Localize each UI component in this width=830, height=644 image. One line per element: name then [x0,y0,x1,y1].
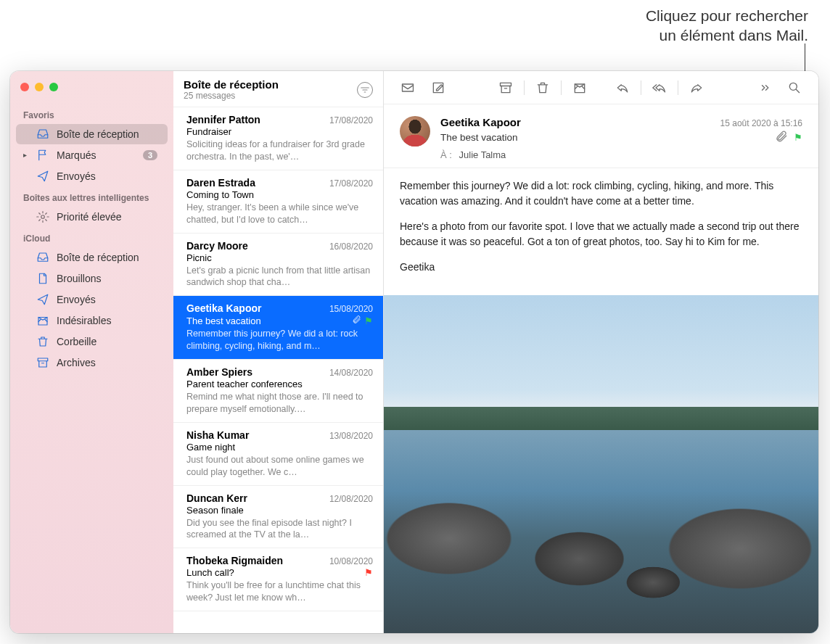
sender-name: Jennifer Patton [186,114,260,125]
body-paragraph: Remember this journey? We did a lot: roc… [400,178,802,209]
inbox-icon [36,128,49,141]
archive-icon [36,356,49,369]
sidebar: Favoris Boîte de réception ▸ Marqués 3 E… [10,71,173,633]
attached-image[interactable] [384,295,818,633]
message-row[interactable]: Amber Spiers 14/08/2020 Parent teacher c… [173,360,383,423]
message-subject: Fundraiser [186,126,231,137]
sidebar-label: Envoyés [57,294,157,305]
reply-all-button[interactable] [646,76,673,99]
message-preview: Did you see the final episode last night… [186,517,373,542]
message-date: 15/08/2020 [329,304,373,314]
archive-button[interactable] [492,76,519,99]
message-date: 13/08/2020 [329,431,373,441]
message-preview: Soliciting ideas for a fundraiser for 3r… [186,139,373,163]
message-subject: The best vacation [186,315,261,326]
sidebar-item-flagged[interactable]: ▸ Marqués 3 [16,145,168,165]
message-row[interactable]: Darcy Moore 16/08/2020 Picnic Let's grab… [173,234,383,297]
sidebar-item-sent[interactable]: Envoyés [16,166,168,186]
sidebar-item-inbox[interactable]: Boîte de réception [16,124,168,144]
message-subject: Picnic [186,252,212,263]
from-name[interactable]: Geetika Kapoor [440,116,521,128]
toolbar-divider [561,80,562,95]
message-row[interactable]: Duncan Kerr 12/08/2020 Season finale Did… [173,486,383,549]
paper-plane-icon [36,170,49,183]
compose-button[interactable] [424,76,452,99]
sender-name: Darcy Moore [186,240,248,252]
gear-icon [36,210,49,223]
mark-read-button[interactable] [394,76,422,99]
minimize-window-button[interactable] [35,83,44,91]
paper-plane-icon [36,293,49,306]
message-list[interactable]: Jennifer Patton 17/08/2020 Fundraiser So… [173,107,383,633]
toolbar-divider [524,80,525,95]
reply-button[interactable] [609,76,636,99]
document-icon [36,272,49,285]
sidebar-item-icloud-archive[interactable]: Archives [16,352,168,373]
sender-name: Geetika Kapoor [186,302,261,314]
zoom-window-button[interactable] [49,83,58,91]
svg-point-0 [41,215,45,219]
message-row[interactable]: Geetika Kapoor 15/08/2020 The best vacat… [173,296,383,360]
sender-name: Nisha Kumar [186,429,249,441]
search-button[interactable] [781,76,808,99]
junk-icon [36,314,49,327]
message-row[interactable]: Jennifer Patton 17/08/2020 Fundraiser So… [173,107,383,170]
to-field[interactable]: À : Julie Talma [440,149,802,160]
flagged-count-badge: 3 [143,150,157,160]
sidebar-item-priority[interactable]: Priorité élevée [16,207,168,227]
attachment-icon [352,315,361,326]
callout-text: Cliquez pour rechercher un élément dans … [646,6,808,46]
sidebar-item-icloud-sent[interactable]: Envoyés [16,289,168,310]
message-date: 16/08/2020 [329,242,373,252]
message-preview: Remember this journey? We did a lot: roc… [186,328,373,352]
message-preview: Remind me what night those are. I'll nee… [186,391,373,416]
chevron-right-icon[interactable]: ▸ [23,151,27,159]
sidebar-section-smart: Boîtes aux lettres intelligentes [10,187,173,206]
sidebar-section-favorites: Favoris [10,104,173,123]
message-subject: Parent teacher conferences [186,379,303,389]
flag-icon[interactable]: ⚑ [794,132,802,143]
message-row[interactable]: Daren Estrada 17/08/2020 Coming to Town … [173,170,383,234]
body-signature: Geetika [400,260,802,275]
message-preview: Hey, stranger. It's been a while since w… [186,202,373,226]
message-list-pane: Boîte de réception 25 messages Jennifer … [173,71,384,633]
sidebar-label: Boîte de réception [57,128,157,140]
trash-icon [36,335,49,348]
delete-button[interactable] [529,76,556,99]
body-paragraph: Here's a photo from our favorite spot. I… [400,219,802,249]
sidebar-label: Brouillons [57,273,157,284]
message-subject: Game night [186,442,235,453]
message-preview: Think you'll be free for a lunchtime cha… [186,579,373,604]
sidebar-label: Marqués [57,149,136,161]
svg-rect-3 [403,84,414,91]
forward-button[interactable] [683,76,710,99]
message-date: 17/08/2020 [329,115,373,125]
svg-rect-5 [500,83,511,86]
svg-point-7 [789,83,797,90]
message-row[interactable]: Thobeka Rigmaiden 10/08/2020 Lunch call?… [173,548,383,611]
flag-icon: ⚑ [364,315,373,326]
junk-button[interactable] [566,76,593,99]
sidebar-label: Priorité élevée [57,211,157,223]
flag-icon: ⚑ [364,567,373,578]
window-controls [10,78,173,104]
filter-button[interactable] [357,82,373,98]
more-button[interactable] [750,76,778,99]
reading-pane: Geetika Kapoor 15 août 2020 à 15:16 The … [384,71,818,633]
sidebar-item-icloud-trash[interactable]: Corbeille [16,331,168,352]
message-row[interactable]: Nisha Kumar 13/08/2020 Game night Just f… [173,423,383,486]
attachment-icon[interactable] [775,130,788,145]
svg-rect-2 [38,358,48,361]
avatar[interactable] [400,116,430,146]
to-name: Julie Talma [459,149,506,160]
message-list-header: Boîte de réception 25 messages [173,71,383,107]
sidebar-item-icloud-inbox[interactable]: Boîte de réception [16,247,168,268]
sidebar-item-icloud-junk[interactable]: Indésirables [16,310,168,331]
toolbar-divider [678,80,678,95]
sidebar-item-icloud-drafts[interactable]: Brouillons [16,268,168,289]
toolbar-divider [641,80,641,95]
toolbar [384,71,818,104]
sidebar-label: Indésirables [57,315,157,326]
message-date: 15 août 2020 à 15:16 [720,118,802,128]
close-window-button[interactable] [20,83,29,91]
